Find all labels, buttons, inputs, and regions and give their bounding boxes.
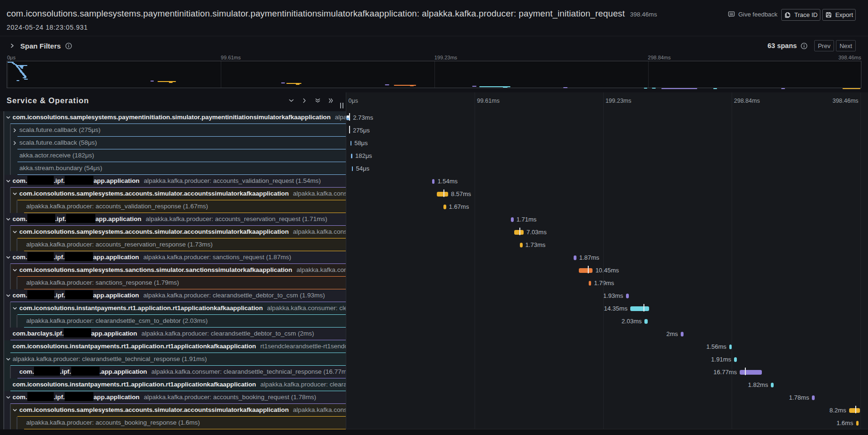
prev-span-button[interactable]: Prev bbox=[814, 40, 834, 51]
span-row-timeline[interactable]: 10.45ms bbox=[346, 264, 868, 277]
chevron-down-icon[interactable] bbox=[6, 115, 11, 120]
span-row-timeline[interactable]: 1.78ms bbox=[346, 391, 868, 404]
span-row-label[interactable]: alpakka.kafka.producer: accounts_booking… bbox=[0, 417, 346, 429]
span-filters-toggle[interactable]: Span Filters bbox=[9, 40, 72, 52]
span-row-label[interactable]: com.iconsolutions.samplesystems.accounts… bbox=[0, 226, 346, 238]
chevron-down-icon[interactable] bbox=[12, 230, 17, 235]
span-row-timeline[interactable]: 1.67ms bbox=[346, 200, 868, 213]
span-bar[interactable] bbox=[443, 205, 446, 209]
chevron-down-icon[interactable] bbox=[12, 306, 17, 311]
span-row-label[interactable]: com..ipf.app.applicationalpakka.kafka.pr… bbox=[0, 391, 346, 404]
span-bar[interactable] bbox=[734, 357, 737, 362]
span-bar[interactable] bbox=[432, 179, 434, 184]
chevron-down-icon[interactable] bbox=[6, 255, 11, 260]
span-row-label[interactable]: com..ipf.app.applicationalpakka.kafka.pr… bbox=[0, 213, 346, 226]
span-row-timeline[interactable]: 1.54ms bbox=[346, 175, 868, 188]
span-row-timeline[interactable]: 1.73ms bbox=[346, 238, 868, 251]
span-row-label[interactable]: com.iconsolutions.samplesystems.paymenti… bbox=[0, 111, 346, 124]
span-row-timeline[interactable]: 1.56ms bbox=[346, 340, 868, 353]
span-row-timeline[interactable]: 275μs bbox=[346, 124, 868, 137]
span-bar[interactable] bbox=[740, 370, 762, 375]
span-row-label[interactable]: scala.future.callback (58μs) bbox=[0, 137, 346, 149]
span-bar[interactable] bbox=[589, 281, 592, 286]
chevron-down-icon[interactable] bbox=[6, 357, 11, 362]
span-row-timeline[interactable]: 1.93ms bbox=[346, 289, 868, 302]
give-feedback-link[interactable]: Give feedback bbox=[728, 11, 777, 18]
span-row-label[interactable]: com..ipf.app.applicationalpakka.kafka.pr… bbox=[0, 175, 346, 188]
span-row-timeline[interactable]: 8.2ms bbox=[346, 404, 868, 417]
chevron-down-icon[interactable] bbox=[12, 268, 17, 273]
span-row-label[interactable]: scala.future.callback (275μs) bbox=[0, 124, 346, 137]
span-row-label[interactable]: com.iconsolutions.samplesystems.accounts… bbox=[0, 188, 346, 200]
span-row-timeline[interactable]: 8.57ms bbox=[346, 188, 868, 200]
chevron-down-icon[interactable] bbox=[6, 179, 11, 184]
span-row-label[interactable]: com.iconsolutions.instantpayments.rt1.ap… bbox=[0, 378, 346, 391]
span-row-timeline[interactable]: 2.73ms bbox=[346, 111, 868, 124]
span-bar[interactable] bbox=[856, 421, 859, 426]
next-span-button[interactable]: Next bbox=[836, 40, 856, 51]
collapse-one-icon[interactable] bbox=[288, 98, 294, 104]
span-bar[interactable] bbox=[729, 345, 732, 349]
trace-id-button[interactable]: Trace ID bbox=[781, 9, 820, 21]
span-row-label[interactable]: com..ipf..app.applicationalpakka.kafka.c… bbox=[0, 366, 346, 378]
span-row-timeline[interactable]: 1.87ms bbox=[346, 251, 868, 264]
span-row-label[interactable]: alpakka.kafka.producer: clearandsettle_c… bbox=[0, 315, 346, 328]
span-row-label[interactable]: alpakka.kafka.producer: clearandsettle_t… bbox=[0, 353, 346, 366]
span-row-label[interactable]: akka.actor.receive (182μs) bbox=[0, 149, 346, 162]
span-row-label[interactable]: akka.stream.boundary (54μs) bbox=[0, 162, 346, 175]
chevron-down-icon[interactable] bbox=[6, 395, 11, 400]
span-row-timeline[interactable]: 1.71ms bbox=[346, 213, 868, 226]
collapse-all-icon[interactable] bbox=[315, 98, 321, 104]
span-bar[interactable] bbox=[520, 243, 523, 247]
span-row-timeline[interactable]: 7.03ms bbox=[346, 226, 868, 238]
span-row-timeline[interactable]: 54μs bbox=[346, 162, 868, 175]
trace-minimap[interactable] bbox=[7, 61, 861, 88]
chevron-down-icon[interactable] bbox=[12, 191, 17, 197]
span-bar[interactable] bbox=[574, 255, 576, 260]
span-bar[interactable] bbox=[352, 166, 353, 171]
chevron-down-icon[interactable] bbox=[6, 293, 11, 298]
chevron-right-icon[interactable] bbox=[12, 140, 17, 146]
span-row-timeline[interactable]: 1.6ms bbox=[346, 417, 868, 429]
column-divider[interactable] bbox=[346, 92, 346, 429]
chevron-right-icon[interactable] bbox=[12, 128, 17, 133]
expand-one-icon[interactable] bbox=[301, 98, 308, 104]
span-row-label[interactable]: com.iconsolutions.samplesystems.sanction… bbox=[0, 264, 346, 277]
span-bar[interactable] bbox=[351, 141, 352, 146]
span-bar[interactable] bbox=[626, 294, 629, 298]
span-bar[interactable] bbox=[681, 332, 684, 337]
chevron-down-icon[interactable] bbox=[6, 217, 11, 222]
span-bar[interactable] bbox=[812, 395, 815, 400]
span-row-timeline[interactable]: 2.03ms bbox=[346, 315, 868, 328]
span-row-label[interactable]: alpakka.kafka.producer: sanctions_respon… bbox=[0, 277, 346, 289]
span-bar[interactable] bbox=[630, 306, 649, 311]
span-row-timeline[interactable]: 16.77ms bbox=[346, 366, 868, 378]
span-row-timeline[interactable]: 58μs bbox=[346, 137, 868, 149]
span-row-timeline[interactable]: 1.82ms bbox=[346, 378, 868, 391]
span-bar[interactable] bbox=[511, 217, 513, 222]
span-row-timeline[interactable]: 1.91ms bbox=[346, 353, 868, 366]
span-row-label[interactable]: com..ipf.app.applicationalpakka.kafka.pr… bbox=[0, 251, 346, 264]
span-bar[interactable] bbox=[351, 154, 352, 158]
export-button[interactable]: Export bbox=[822, 9, 856, 21]
span-bar[interactable] bbox=[579, 268, 593, 273]
span-row-timeline[interactable]: 1.79ms bbox=[346, 277, 868, 289]
span-row-label[interactable]: com.iconsolutions.instantpayments.rt1.ap… bbox=[0, 340, 346, 353]
span-bar[interactable] bbox=[437, 192, 448, 197]
column-resize-handle[interactable] bbox=[340, 103, 344, 108]
span-bar[interactable] bbox=[849, 408, 860, 413]
span-row-label[interactable]: com.iconsolutions.instantpayments.rt1.ap… bbox=[0, 302, 346, 315]
span-row-timeline[interactable]: 14.35ms bbox=[346, 302, 868, 315]
span-bar[interactable] bbox=[514, 230, 524, 235]
span-bar[interactable] bbox=[771, 383, 774, 387]
chevron-down-icon[interactable] bbox=[12, 408, 17, 413]
span-row-timeline[interactable]: 182μs bbox=[346, 149, 868, 162]
expand-all-icon[interactable] bbox=[328, 98, 334, 104]
span-row-label[interactable]: alpakka.kafka.producer: accounts_validat… bbox=[0, 200, 346, 213]
span-row-label[interactable]: com.barclays.ipf.app.applicationalpakka.… bbox=[0, 328, 346, 340]
span-bar[interactable] bbox=[644, 319, 647, 324]
span-row-label[interactable]: com..ipf.app.applicationalpakka.kafka.pr… bbox=[0, 289, 346, 302]
span-row-label[interactable]: alpakka.kafka.producer: accounts_reserva… bbox=[0, 238, 346, 251]
span-row-label[interactable]: com.iconsolutions.samplesystems.accounts… bbox=[0, 404, 346, 417]
span-row-timeline[interactable]: 2ms bbox=[346, 328, 868, 340]
